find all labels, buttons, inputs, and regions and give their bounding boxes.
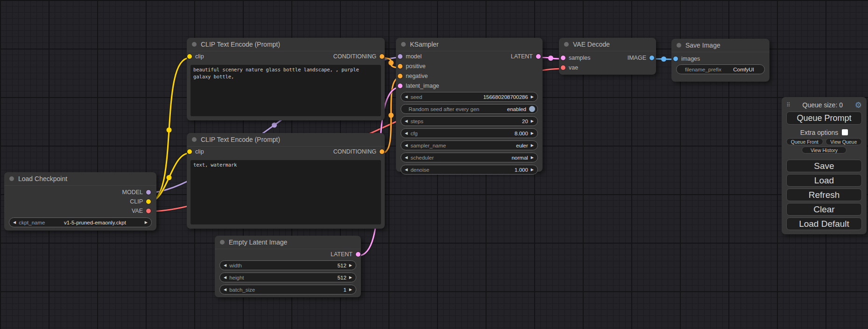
refresh-button[interactable]: Refresh <box>786 189 862 201</box>
clip-input-slot[interactable] <box>187 54 192 59</box>
collapse-dot[interactable] <box>220 240 225 245</box>
node-title: Load Checkpoint <box>18 175 67 182</box>
image-output-slot[interactable] <box>649 56 654 60</box>
negative-prompt-textarea[interactable]: text, watermark <box>191 160 381 224</box>
collapse-dot[interactable] <box>192 137 197 142</box>
input-label-latent-image: latent_image <box>406 83 439 89</box>
clear-button[interactable]: Clear <box>786 203 862 216</box>
stepper-right-icon[interactable]: ▶ <box>531 119 534 123</box>
stepper-left-icon[interactable]: ◀ <box>405 168 408 172</box>
stepper-left-icon[interactable]: ◀ <box>405 144 408 147</box>
positive-input-slot[interactable] <box>398 64 402 69</box>
extra-options-checkbox[interactable] <box>842 129 848 135</box>
slot-row: clip CONDITIONING <box>187 51 385 61</box>
denoise-widget[interactable]: ◀ denoise 1.000 ▶ <box>401 165 538 175</box>
stepper-left-icon[interactable]: ◀ <box>405 156 408 160</box>
stepper-left-icon[interactable]: ◀ <box>405 132 408 135</box>
queue-front-button[interactable]: Queue Front <box>786 138 823 145</box>
widget-label: ckpt_name <box>19 220 45 225</box>
stepper-left-icon[interactable]: ◀ <box>13 221 16 224</box>
ckpt-name-widget[interactable]: ◀ ckpt_name v1-5-pruned-emaonly.ckpt ▶ <box>9 217 152 227</box>
stepper-left-icon[interactable]: ◀ <box>405 95 408 99</box>
steps-widget[interactable]: ◀ steps 20 ▶ <box>401 116 538 126</box>
vae-output-slot[interactable] <box>146 209 151 213</box>
model-input-slot[interactable] <box>398 54 402 59</box>
widget-label: Random seed after every gen <box>409 106 480 112</box>
stepper-left-icon[interactable]: ◀ <box>224 288 226 292</box>
node-vae-decode[interactable]: VAE Decode samples IMAGE vae <box>559 38 656 75</box>
slot-row: samples IMAGE <box>559 53 656 63</box>
width-widget[interactable]: ◀ width 512 ▶ <box>219 260 356 270</box>
sampled-latent-link-midpoint-dot <box>548 56 553 61</box>
node-title-bar[interactable]: Empty Latent Image <box>215 236 361 249</box>
clip-input-slot[interactable] <box>187 149 192 154</box>
node-title-bar[interactable]: CLIP Text Encode (Prompt) <box>187 38 385 51</box>
clip-output-slot[interactable] <box>146 199 151 204</box>
model-output-slot[interactable] <box>146 190 151 195</box>
collapse-dot[interactable] <box>9 176 14 181</box>
conditioning-output-slot[interactable] <box>380 54 384 59</box>
widget-value: enabled <box>507 106 526 112</box>
view-history-button[interactable]: View History <box>802 147 847 154</box>
samples-input-slot[interactable] <box>561 56 565 60</box>
collapse-dot[interactable] <box>677 43 681 48</box>
comfyui-canvas[interactable]: { "colors": { "model": "#B39DDB", "clip"… <box>0 0 868 329</box>
node-empty-latent-image[interactable]: Empty Latent Image LATENT ◀ width 512 ▶ … <box>215 236 361 297</box>
node-title-bar[interactable]: CLIP Text Encode (Prompt) <box>187 133 385 147</box>
stepper-right-icon[interactable]: ▶ <box>145 221 148 224</box>
stepper-left-icon[interactable]: ◀ <box>224 276 226 280</box>
queue-prompt-button[interactable]: Queue Prompt <box>786 112 862 125</box>
batch-size-widget[interactable]: ◀ batch_size 1 ▶ <box>219 285 356 294</box>
load-button[interactable]: Load <box>786 174 862 187</box>
stepper-left-icon[interactable]: ◀ <box>405 119 408 123</box>
node-title: CLIP Text Encode (Prompt) <box>201 41 280 48</box>
load-default-button[interactable]: Load Default <box>786 217 862 230</box>
positive-prompt-textarea[interactable]: beautiful scenery nature glass bottle la… <box>191 65 381 116</box>
node-clip-text-encode-negative[interactable]: CLIP Text Encode (Prompt) clip CONDITION… <box>187 133 385 229</box>
node-clip-text-encode-positive[interactable]: CLIP Text Encode (Prompt) clip CONDITION… <box>187 38 385 120</box>
collapse-dot[interactable] <box>564 42 569 47</box>
input-label-model: model <box>406 53 422 60</box>
save-button[interactable]: Save <box>786 160 862 172</box>
drag-handle-icon[interactable]: ⠿ <box>786 102 790 108</box>
settings-gear-icon[interactable]: ⚙ <box>855 101 862 109</box>
slot-row: model LATENT <box>396 51 543 61</box>
stepper-right-icon[interactable]: ▶ <box>349 264 352 267</box>
stepper-left-icon[interactable]: ◀ <box>224 264 226 267</box>
cfg-widget[interactable]: ◀ cfg 8.000 ▶ <box>401 128 538 138</box>
collapse-dot[interactable] <box>401 42 406 47</box>
filename-prefix-widget[interactable]: filename_prefix ComfyUI <box>676 64 765 74</box>
negative-input-slot[interactable] <box>398 74 402 78</box>
stepper-right-icon[interactable]: ▶ <box>531 132 534 135</box>
latent-output-slot[interactable] <box>536 54 541 59</box>
random-seed-toggle[interactable] <box>529 106 535 112</box>
stepper-right-icon[interactable]: ▶ <box>531 168 534 172</box>
node-title-bar[interactable]: KSampler <box>396 38 543 51</box>
collapse-dot[interactable] <box>192 42 197 47</box>
images-input-slot[interactable] <box>673 56 678 61</box>
height-widget[interactable]: ◀ height 512 ▶ <box>219 273 356 282</box>
latent-image-input-slot[interactable] <box>398 84 402 88</box>
node-save-image[interactable]: Save Image images filename_prefix ComfyU… <box>671 39 769 82</box>
random-seed-widget[interactable]: Random seed after every gen enabled <box>401 104 538 114</box>
stepper-right-icon[interactable]: ▶ <box>349 288 352 292</box>
conditioning-output-slot[interactable] <box>380 149 384 154</box>
node-title-bar[interactable]: Load Checkpoint <box>4 172 156 186</box>
stepper-right-icon[interactable]: ▶ <box>349 276 352 280</box>
node-load-checkpoint[interactable]: Load Checkpoint MODEL CLIP VAE ◀ ckpt_na… <box>4 172 156 231</box>
stepper-right-icon[interactable]: ▶ <box>531 156 534 160</box>
view-queue-button[interactable]: View Queue <box>826 138 862 145</box>
input-label-vae: vae <box>569 64 578 71</box>
stepper-right-icon[interactable]: ▶ <box>531 95 534 99</box>
sampler-name-widget[interactable]: ◀ sampler_name euler ▶ <box>401 140 538 150</box>
seed-widget[interactable]: ◀ seed 156680208700286 ▶ <box>401 92 538 102</box>
input-label-negative: negative <box>406 73 428 79</box>
node-title-bar[interactable]: Save Image <box>671 39 769 52</box>
node-title: VAE Decode <box>573 41 610 48</box>
vae-input-slot[interactable] <box>561 65 565 70</box>
node-ksampler[interactable]: KSampler model LATENT positive negative … <box>396 38 543 172</box>
latent-output-slot[interactable] <box>356 252 360 257</box>
scheduler-widget[interactable]: ◀ scheduler normal ▶ <box>401 153 538 162</box>
node-title-bar[interactable]: VAE Decode <box>559 38 656 51</box>
stepper-right-icon[interactable]: ▶ <box>531 144 534 147</box>
